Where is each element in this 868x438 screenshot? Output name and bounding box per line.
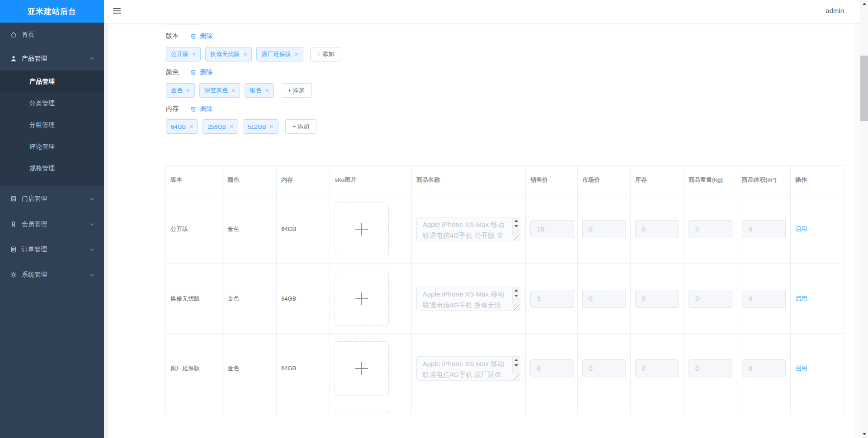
- sku-upload-box[interactable]: [335, 202, 389, 256]
- tag-close-icon[interactable]: ×: [294, 51, 298, 57]
- hamburger-menu-icon[interactable]: [113, 8, 121, 15]
- spec-tag-label: 银色: [250, 86, 261, 94]
- tag-close-icon[interactable]: ×: [230, 123, 233, 130]
- sidebar-item-orders[interactable]: 订单管理: [0, 237, 104, 262]
- column-header: 颜色: [223, 166, 277, 194]
- plus-icon: [355, 223, 368, 235]
- weight-input[interactable]: [689, 290, 732, 308]
- page-scrollbar[interactable]: [860, 0, 868, 438]
- add-tag-button[interactable]: + 添加: [285, 119, 316, 134]
- sku-upload-box[interactable]: [335, 272, 389, 326]
- scrollbar-thumb[interactable]: [860, 56, 868, 121]
- chevron-down-icon: [90, 247, 95, 252]
- spec-name: 版本: [166, 32, 179, 40]
- tag-close-icon[interactable]: ×: [265, 87, 269, 94]
- topbar: admin: [104, 0, 860, 23]
- scroll-down-icon[interactable]: [514, 364, 518, 367]
- tag-close-icon[interactable]: ×: [231, 87, 235, 94]
- user-menu[interactable]: admin: [826, 7, 844, 14]
- scroll-up-icon[interactable]: [514, 289, 518, 292]
- volume-input[interactable]: [742, 220, 786, 238]
- delete-spec-label: 删除: [200, 105, 212, 113]
- product-name-cell: Apple iPhone XS Max 移动联通电信4G手机 原厂延保: [412, 334, 526, 403]
- sale-price-input[interactable]: [530, 290, 574, 308]
- sidebar-subitem-groups[interactable]: 分组管理: [0, 114, 104, 136]
- sidebar-subitem-specs[interactable]: 规格管理: [0, 157, 104, 179]
- spec-tag: 换修无忧版×: [205, 47, 252, 61]
- stock-cell: [631, 403, 684, 415]
- table-header-row: 版本颜色内存sku图片商品名称销售价市场价库存商品重量(kg)商品体积(m³)操…: [166, 166, 844, 194]
- add-tag-button[interactable]: + 添加: [310, 47, 341, 61]
- tag-close-icon[interactable]: ×: [192, 51, 196, 57]
- scroll-down-icon[interactable]: [514, 225, 518, 227]
- plus-icon: [355, 362, 368, 375]
- sidebar-subitem-products[interactable]: 产品管理: [0, 71, 104, 92]
- market-price-input[interactable]: [582, 290, 626, 308]
- weight-cell: [684, 194, 737, 264]
- tag-close-icon[interactable]: ×: [243, 51, 247, 57]
- sidebar-item-system[interactable]: 系统管理: [0, 262, 104, 287]
- weight-input[interactable]: [689, 359, 732, 377]
- add-tag-button[interactable]: + 添加: [281, 83, 312, 98]
- delete-spec-link[interactable]: 删除: [190, 68, 212, 76]
- spec-tag-label: 公开版: [171, 50, 189, 58]
- stock-input[interactable]: [635, 290, 679, 308]
- delete-spec-link[interactable]: 删除: [190, 105, 212, 113]
- action-cell: 启用: [791, 334, 844, 403]
- sidebar-item-home[interactable]: 首页: [0, 23, 104, 47]
- product-name-textarea[interactable]: Apple iPhone XS Max 移动联通电信4G手机 原厂延保: [416, 356, 520, 381]
- sidebar-subitem-comments[interactable]: 评论管理: [0, 136, 104, 157]
- sale-price-input[interactable]: [530, 220, 574, 238]
- scroll-down-icon[interactable]: [860, 430, 868, 438]
- enable-link[interactable]: 启用: [795, 365, 807, 372]
- sku-upload-box[interactable]: [335, 411, 389, 415]
- market-price-input[interactable]: [582, 220, 626, 238]
- market-price-input[interactable]: [582, 359, 626, 377]
- enable-link[interactable]: 启用: [795, 226, 807, 232]
- column-header: 库存: [631, 166, 684, 194]
- stock-input[interactable]: [635, 220, 679, 238]
- tag-close-icon[interactable]: ×: [186, 87, 190, 94]
- sale-price-cell: [526, 334, 578, 403]
- volume-cell: [737, 194, 791, 264]
- resize-grip-icon[interactable]: [514, 235, 519, 240]
- sku-upload-box[interactable]: [335, 341, 389, 396]
- product-name-textarea[interactable]: Apple iPhone XS Max 移动联通电信4G手机 换修无忧: [416, 287, 520, 311]
- scroll-up-icon[interactable]: [514, 220, 518, 222]
- color-cell: [223, 403, 277, 415]
- textarea-scrollbar[interactable]: [512, 218, 519, 235]
- scroll-up-icon[interactable]: [860, 0, 868, 8]
- column-header: 商品体积(m³): [737, 166, 791, 194]
- delete-spec-link[interactable]: 删除: [190, 32, 212, 40]
- memory-cell: 64GB: [277, 264, 330, 334]
- product-name-cell: [412, 403, 526, 415]
- column-header: sku图片: [330, 166, 412, 194]
- sidebar-item-members[interactable]: 会员管理: [0, 212, 104, 237]
- resize-grip-icon[interactable]: [514, 304, 519, 310]
- sidebar-item-stores[interactable]: 门店管理: [0, 186, 104, 212]
- sale-price-input[interactable]: [530, 359, 574, 377]
- sku-image-cell: [330, 403, 412, 415]
- scroll-down-icon[interactable]: [514, 295, 518, 297]
- sidebar-subitem-categories[interactable]: 分类管理: [0, 92, 104, 114]
- action-cell: 启用: [791, 264, 844, 334]
- textarea-scrollbar[interactable]: [512, 357, 519, 374]
- tag-close-icon[interactable]: ×: [189, 123, 193, 130]
- market-price-cell: [578, 194, 631, 264]
- trash-icon: [190, 69, 198, 75]
- volume-input[interactable]: [742, 359, 786, 377]
- enable-link[interactable]: 启用: [795, 295, 807, 302]
- color-cell: 金色: [223, 264, 277, 334]
- scroll-up-icon[interactable]: [514, 359, 518, 361]
- stock-input[interactable]: [635, 359, 679, 377]
- product-name-text: Apple iPhone XS Max 移动联通电信4G手机 换修无忧: [423, 289, 510, 311]
- volume-input[interactable]: [742, 290, 786, 308]
- tag-close-icon[interactable]: ×: [270, 123, 274, 130]
- version-cell: [166, 403, 223, 415]
- product-name-textarea[interactable]: Apple iPhone XS Max 移动联通电信4G手机 公开版 金: [416, 217, 520, 241]
- market-price-cell: [578, 264, 631, 334]
- textarea-scrollbar[interactable]: [512, 287, 519, 305]
- sidebar-item-products[interactable]: 产品管理: [0, 47, 104, 71]
- weight-input[interactable]: [689, 220, 732, 238]
- resize-grip-icon[interactable]: [514, 374, 519, 380]
